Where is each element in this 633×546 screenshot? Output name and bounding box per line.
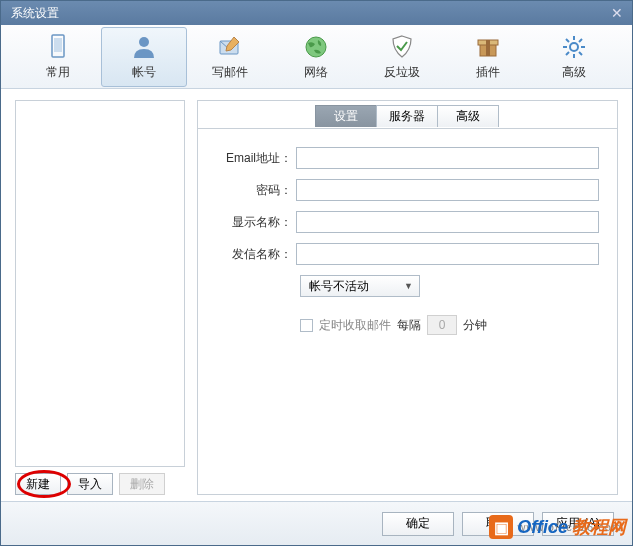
svg-point-2 <box>139 37 149 47</box>
tab-label: 常用 <box>46 64 70 81</box>
svg-point-8 <box>570 43 578 51</box>
tab-compose[interactable]: 写邮件 <box>187 27 273 87</box>
subtab-advanced[interactable]: 高级 <box>437 105 499 127</box>
tab-general[interactable]: 常用 <box>15 27 101 87</box>
left-panel: 新建 导入 删除 <box>15 100 185 495</box>
box-icon <box>474 33 502 61</box>
tab-label: 插件 <box>476 64 500 81</box>
display-name-field[interactable] <box>296 211 599 233</box>
svg-line-16 <box>566 52 569 55</box>
tab-label: 帐号 <box>132 64 156 81</box>
gear-icon <box>560 33 588 61</box>
watermark-url: www.office26.com <box>518 521 622 533</box>
tab-network[interactable]: 网络 <box>273 27 359 87</box>
svg-line-14 <box>579 52 582 55</box>
minutes-label: 分钟 <box>463 317 487 334</box>
account-list[interactable] <box>15 100 185 467</box>
account-status-select[interactable]: 帐号不活动 ▼ <box>300 275 420 297</box>
interval-field <box>427 315 457 335</box>
sub-tabs: 设置 服务器 高级 <box>198 101 617 129</box>
right-panel: 设置 服务器 高级 Email地址： 密码： 显示名称： 发信名称： <box>197 100 618 495</box>
delete-button: 删除 <box>119 473 165 495</box>
tab-antispam[interactable]: 反垃圾 <box>359 27 445 87</box>
shield-icon <box>388 33 416 61</box>
ok-button[interactable]: 确定 <box>382 512 454 536</box>
close-icon[interactable]: ✕ <box>608 4 626 22</box>
import-button[interactable]: 导入 <box>67 473 113 495</box>
timed-fetch-checkbox[interactable] <box>300 319 313 332</box>
display-name-label: 显示名称： <box>216 214 296 231</box>
email-field[interactable] <box>296 147 599 169</box>
svg-rect-1 <box>54 38 62 52</box>
svg-line-13 <box>566 39 569 42</box>
svg-point-4 <box>306 37 326 57</box>
password-field[interactable] <box>296 179 599 201</box>
password-label: 密码： <box>216 182 296 199</box>
svg-line-15 <box>579 39 582 42</box>
sender-name-label: 发信名称： <box>216 246 296 263</box>
timed-fetch-label: 定时收取邮件 <box>319 317 391 334</box>
compose-icon <box>216 33 244 61</box>
tab-label: 反垃圾 <box>384 64 420 81</box>
tab-label: 网络 <box>304 64 328 81</box>
new-button[interactable]: 新建 <box>15 473 61 495</box>
main-toolbar: 常用 帐号 写邮件 网络 反垃圾 <box>1 25 632 89</box>
settings-window: 系统设置 ✕ 常用 帐号 写邮件 网络 <box>0 0 633 546</box>
subtab-settings[interactable]: 设置 <box>315 105 377 127</box>
sender-name-field[interactable] <box>296 243 599 265</box>
tab-label: 高级 <box>562 64 586 81</box>
chevron-down-icon: ▼ <box>404 281 413 291</box>
window-title: 系统设置 <box>11 5 59 22</box>
email-label: Email地址： <box>216 150 296 167</box>
select-value: 帐号不活动 <box>309 278 369 295</box>
titlebar: 系统设置 ✕ <box>1 1 632 25</box>
svg-rect-7 <box>486 40 490 56</box>
tab-advanced[interactable]: 高级 <box>531 27 617 87</box>
globe-icon <box>302 33 330 61</box>
every-label: 每隔 <box>397 317 421 334</box>
form-area: Email地址： 密码： 显示名称： 发信名称： 帐号不活动 <box>198 129 617 335</box>
tab-label: 写邮件 <box>212 64 248 81</box>
body-area: 新建 导入 删除 设置 服务器 高级 Email地址： 密码： <box>1 90 632 501</box>
timed-fetch-row: 定时收取邮件 每隔 分钟 <box>300 315 599 335</box>
tab-account[interactable]: 帐号 <box>101 27 187 87</box>
phone-icon <box>44 33 72 61</box>
left-buttons: 新建 导入 删除 <box>15 473 185 495</box>
tab-plugins[interactable]: 插件 <box>445 27 531 87</box>
person-icon <box>130 33 158 61</box>
subtab-server[interactable]: 服务器 <box>376 105 438 127</box>
